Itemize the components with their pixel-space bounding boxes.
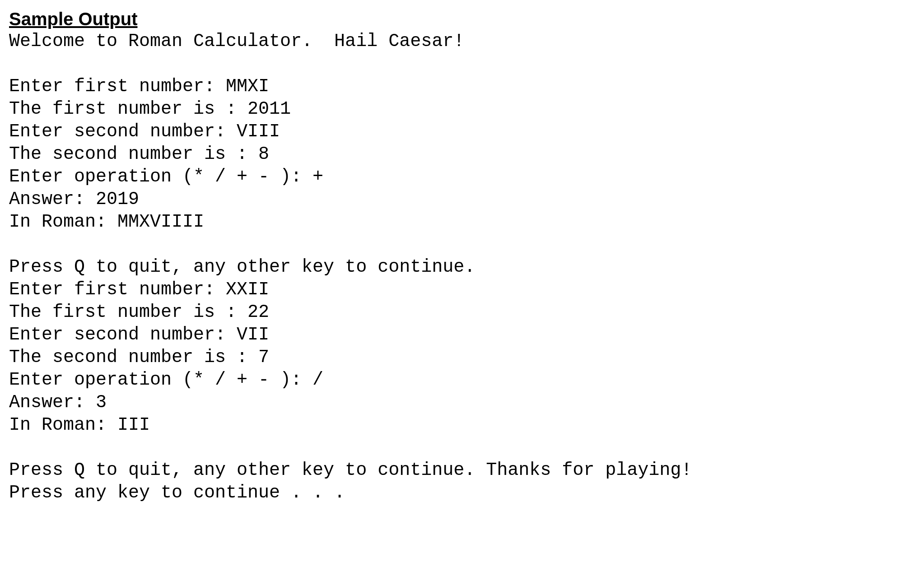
output-line: Enter second number: VII	[9, 324, 915, 346]
output-line: Welcome to Roman Calculator. Hail Caesar…	[9, 30, 915, 53]
output-line: Enter second number: VIII	[9, 121, 915, 143]
output-line-blank	[9, 53, 915, 75]
output-line: Enter first number: XXII	[9, 279, 915, 301]
output-line: Answer: 2019	[9, 188, 915, 211]
output-line: The first number is : 2011	[9, 98, 915, 121]
output-line: Press Q to quit, any other key to contin…	[9, 459, 915, 482]
output-line-blank	[9, 437, 915, 459]
output-line-blank	[9, 233, 915, 256]
output-line: Press Q to quit, any other key to contin…	[9, 256, 915, 279]
output-line: The first number is : 22	[9, 301, 915, 324]
output-line: Answer: 3	[9, 391, 915, 414]
output-line: Enter operation (* / + - ): +	[9, 166, 915, 188]
output-line: In Roman: MMXVIIII	[9, 211, 915, 233]
section-heading: Sample Output	[9, 9, 915, 29]
output-line: In Roman: III	[9, 414, 915, 437]
output-line: Enter operation (* / + - ): /	[9, 369, 915, 391]
output-line: The second number is : 7	[9, 346, 915, 369]
output-line: The second number is : 8	[9, 143, 915, 166]
output-line: Press any key to continue . . .	[9, 482, 915, 504]
output-line: Enter first number: MMXI	[9, 75, 915, 98]
